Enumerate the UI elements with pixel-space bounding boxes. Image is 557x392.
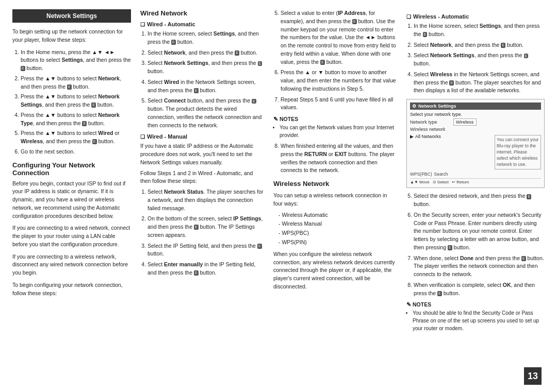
diag-network-type-label: Network type [410,120,451,125]
enter-button-icon: E [437,291,442,296]
wireless-auto-title: Wireless - Automatic [406,13,545,20]
mid-right-steps-cont: When finished entering all the values, a… [273,142,397,175]
wired-auto-step-4: Select Wired in the Network Settings scr… [148,78,264,95]
diag-bottom: WPS(PBC) Search [410,172,541,177]
left-step-6: Go to the next section. [21,148,131,156]
enter-button-icon: E [67,84,72,90]
enter-button-icon: E [501,43,505,48]
wifi-icon: ▶ [410,134,414,139]
wireless-notes-item-1: You should be able to find the Security … [413,309,545,332]
notes-list: You can get the Network values from your… [273,124,397,139]
diag-network-item: All Networks [415,134,441,139]
mid-right-step-5: Select a value to enter (IP Address, for… [281,9,397,66]
wireless-network-title: Wireless Network [273,180,397,188]
enter-button-icon: E [423,32,428,37]
wireless-auto-step-1: In the Home screen, select Settings, and… [414,22,545,39]
config-intro-1: Before you begin, contact your ISP to fi… [12,180,131,220]
config-intro-4: To begin configuring your network connec… [12,281,131,298]
enter-button-icon: E [194,88,199,93]
diag-title: Network Settings [410,103,541,110]
wired-auto-step-1: In the Home screen, select Settings, and… [148,30,264,46]
wireless-option-1: Wireless Automatic [278,211,397,220]
wireless-option-3: WPS(PBC) [278,229,397,238]
enter-button-icon: E [21,66,25,71]
wireless-options-list: Wireless Automatic Wireless Manual WPS(P… [273,211,397,247]
wired-auto-step-3: Select Network Settings, and then press … [148,59,264,76]
diag-nav-return: ↩ Return [452,180,469,184]
wired-manual-title: Wired - Manual [140,133,264,140]
diag-wireless-row: Wireless network [410,127,541,132]
enter-button-icon: E [171,40,176,45]
wireless-note: When you configure the wireless network … [273,250,397,291]
diag-network-type-row: Network type Wireless [410,118,541,126]
wireless-auto-continued: Select the desired network, and then pre… [406,192,545,297]
diag-all-networks: ▶ All Networks [410,134,492,139]
network-diagram: Network Settings Select your network typ… [406,99,545,188]
wireless-continued-step-6: On the Security screen, enter your netwo… [414,211,545,252]
wireless-option-2: Wireless Manual [278,219,397,229]
enter-button-icon: E [252,99,256,104]
diag-wireless-label: Wireless network [410,127,451,132]
enter-button-icon: E [82,121,87,126]
right-column: Wireless - Automatic In the Home screen,… [406,9,545,386]
wired-manual-step-2: On the bottom of the screen, select IP S… [148,215,264,239]
enter-button-icon: E [521,256,526,261]
mid-left-column: Wired Network Wired - Automatic In the H… [140,9,264,386]
wired-manual-step-1: Select Network Status. The player search… [148,188,264,212]
wireless-continued-step-5: Select the desired network, and then pre… [414,192,545,209]
enter-button-icon: E [92,139,97,144]
wired-auto-step-2: Select Network, and then press the E but… [148,49,264,57]
wireless-auto-step-2: Select Network, and then press the E but… [414,41,545,49]
left-step-3: Press the ▲▼ buttons to select Network S… [21,93,131,109]
diag-wps-label[interactable]: WPS(PBC) [410,172,432,177]
enter-button-icon: E [320,60,325,65]
enter-button-icon: E [194,225,199,230]
left-step-1: In the Home menu, press the ▲▼ ◄► button… [21,48,131,73]
enter-button-icon: E [524,54,529,59]
page-number: 13 [524,367,542,385]
left-intro: To begin setting up the network connecti… [12,28,131,44]
enter-button-icon: E [352,19,357,24]
enter-button-icon: E [257,244,262,249]
left-steps-list: In the Home menu, press the ▲▼ ◄► button… [12,48,131,156]
wireless-notes-list: You should be able to find the Security … [406,309,545,332]
enter-button-icon: E [91,103,96,108]
enter-button-icon: E [235,50,239,56]
mid-right-step-8: When finished entering all the values, a… [281,142,397,175]
config-section-title: Configuring Your Network Connection [12,161,131,177]
wired-auto-steps: In the Home screen, select Settings, and… [140,30,264,129]
mid-right-column: Select a value to enter (IP Address, for… [273,9,397,386]
config-intro-2: If you are connecting to a wired network… [12,224,131,248]
diag-select-type: Select your network type. [410,112,541,117]
left-step-5: Press the ▲▼ buttons to select Wired or … [21,129,131,146]
wired-manual-step-4: Select Enter manually in the IP Setting … [148,261,264,277]
content-area: Network Settings To begin setting up the… [12,9,545,386]
notes-item-1: You can get the Network values from your… [280,124,397,139]
notes-box-wired: NOTES You can get the Network values fro… [273,116,397,139]
enter-button-icon: E [527,194,531,199]
diag-network-type-value: Wireless [453,118,477,126]
wireless-notes-title: NOTES [406,301,545,308]
wired-network-title: Wired Network [140,9,264,17]
diag-search-label[interactable]: Search [434,172,448,177]
diag-nav-select: ⊙ Select [433,180,449,184]
wired-manual-step-3: Select the IP Setting field, and then pr… [148,242,264,259]
wired-manual-intro: If you have a static IP address or the A… [140,142,264,166]
enter-button-icon: E [194,270,199,276]
wireless-continued-step-7: When done, select Done and then press th… [414,254,545,279]
diag-nav-move: ▲▼ Move [410,180,430,184]
notes-title: NOTES [273,116,397,122]
wireless-network-intro: You can setup a wireless network connect… [273,192,397,208]
enter-button-icon: E [448,245,452,250]
diag-info-box: You can connect your Blu-ray player to t… [495,135,541,169]
diag-nav: ▲▼ Move ⊙ Select ↩ Return [410,178,541,184]
wired-manual-steps: Select Network Status. The player search… [140,188,264,277]
wired-auto-step-5: Select Connect button, and then press th… [148,97,264,129]
wireless-continued-step-8: When verification is complete, select OK… [414,281,545,298]
left-step-4: Press the ▲▼ buttons to select Network T… [21,111,131,128]
wireless-option-4: WPS(PIN) [278,238,397,247]
wired-auto-title: Wired - Automatic [140,21,264,27]
mid-right-step-6: Press the ▲ or ▼ button to move to anoth… [281,69,397,93]
wireless-auto-steps: In the Home screen, select Settings, and… [406,22,545,95]
wireless-auto-step-4: Select Wireless in the Network Settings … [414,71,545,95]
